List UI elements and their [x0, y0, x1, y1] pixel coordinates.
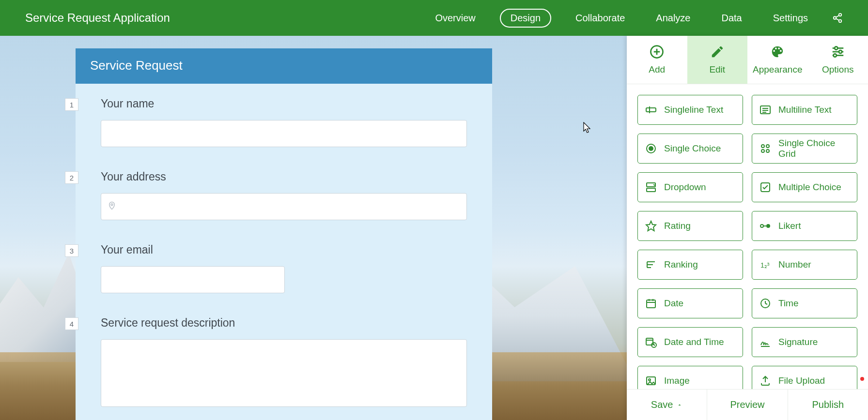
- svg-rect-29: [647, 188, 655, 192]
- save-label: Save: [651, 399, 673, 410]
- publish-button[interactable]: Publish: [788, 390, 868, 420]
- nav-settings[interactable]: Settings: [766, 10, 815, 27]
- question-block[interactable]: 1 Your name: [101, 97, 467, 147]
- svg-point-26: [761, 150, 764, 152]
- svg-rect-40: [647, 300, 655, 308]
- svg-point-32: [760, 225, 763, 227]
- svg-point-13: [839, 50, 842, 53]
- field-type-button[interactable]: File Upload: [752, 366, 857, 389]
- field-type-label: Multiline Text: [778, 105, 831, 115]
- field-type-button[interactable]: Single Choice: [637, 134, 743, 164]
- field-type-button[interactable]: Multiline Text: [752, 95, 857, 125]
- svg-rect-16: [646, 108, 656, 112]
- panel-actions: Save Preview Publish: [627, 389, 868, 420]
- field-type-label: Date and Time: [664, 337, 724, 347]
- field-palette[interactable]: Singleline TextMultiline TextSingle Choi…: [627, 84, 868, 389]
- svg-point-54: [649, 379, 651, 381]
- svg-point-34: [767, 225, 770, 227]
- field-type-button[interactable]: 1₂³Number: [752, 250, 857, 280]
- question-label: Your email: [101, 243, 467, 256]
- calendar-icon: [645, 297, 657, 310]
- field-type-button[interactable]: Dropdown: [637, 172, 743, 202]
- field-type-button[interactable]: Single Choice Grid: [752, 134, 857, 164]
- nav-collaborate[interactable]: Collaborate: [569, 10, 632, 27]
- tab-edit[interactable]: Edit: [687, 36, 748, 84]
- field-type-label: Signature: [778, 337, 818, 347]
- svg-point-27: [766, 150, 769, 152]
- question-label: Service request description: [101, 316, 467, 330]
- field-type-label: Single Choice Grid: [778, 138, 850, 159]
- question-number: 1: [65, 98, 78, 111]
- field-type-label: Image: [664, 375, 690, 386]
- form-card: Service Request 1 Your name 2 Your addre…: [76, 48, 492, 420]
- top-bar: Service Request Application Overview Des…: [0, 0, 868, 36]
- svg-point-24: [761, 145, 764, 148]
- svg-point-5: [111, 204, 113, 206]
- tab-label: Add: [649, 64, 665, 75]
- form-title[interactable]: Service Request: [76, 48, 492, 84]
- email-input[interactable]: [101, 266, 285, 293]
- svg-point-23: [649, 147, 653, 150]
- field-type-label: File Upload: [778, 375, 825, 386]
- svg-point-15: [833, 54, 836, 57]
- likert-icon: [759, 220, 772, 232]
- tab-appearance[interactable]: Appearance: [747, 36, 808, 84]
- svg-point-2: [839, 20, 842, 22]
- field-type-button[interactable]: Image: [637, 366, 743, 389]
- pin-icon: [108, 200, 116, 213]
- svg-line-51: [654, 345, 655, 345]
- save-button[interactable]: Save: [627, 390, 707, 420]
- nav-overview[interactable]: Overview: [428, 10, 482, 27]
- field-type-button[interactable]: Singleline Text: [637, 95, 743, 125]
- question-number: 2: [65, 171, 78, 184]
- svg-marker-31: [646, 221, 656, 231]
- field-type-button[interactable]: Date and Time: [637, 327, 743, 357]
- address-input[interactable]: [101, 193, 467, 220]
- notification-dot-icon: [860, 377, 864, 381]
- field-type-button[interactable]: Ranking: [637, 250, 743, 280]
- question-block[interactable]: 2 Your address: [101, 170, 467, 220]
- tab-options[interactable]: Options: [808, 36, 868, 84]
- preview-button[interactable]: Preview: [707, 390, 788, 420]
- field-type-label: Number: [778, 259, 811, 270]
- field-type-label: Time: [778, 298, 799, 309]
- palette-icon: [770, 45, 785, 61]
- field-type-label: Likert: [778, 221, 801, 231]
- preview-label: Preview: [730, 399, 764, 410]
- panel-tabs: Add Edit Appearance Options: [627, 36, 868, 84]
- tab-label: Edit: [709, 64, 725, 75]
- field-type-label: Date: [664, 298, 683, 309]
- star-icon: [645, 220, 657, 232]
- svg-point-11: [835, 46, 837, 49]
- description-textarea[interactable]: [101, 339, 467, 407]
- nav-data[interactable]: Data: [714, 10, 748, 27]
- field-type-button[interactable]: Multiple Choice: [752, 172, 857, 202]
- field-type-label: Dropdown: [664, 182, 706, 193]
- multiline-icon: [759, 104, 772, 116]
- field-type-button[interactable]: Date: [637, 288, 743, 318]
- radio-grid-icon: [759, 142, 772, 155]
- question-block[interactable]: 3 Your email: [101, 243, 467, 293]
- field-type-button[interactable]: Rating: [637, 211, 743, 241]
- upload-icon: [759, 375, 772, 387]
- image-icon: [645, 375, 657, 387]
- radio-icon: [645, 142, 657, 155]
- field-type-button[interactable]: Likert: [752, 211, 857, 241]
- publish-label: Publish: [812, 399, 844, 410]
- tab-label: Options: [822, 64, 853, 75]
- svg-line-46: [765, 303, 767, 304]
- name-input[interactable]: [101, 120, 467, 147]
- field-type-label: Rating: [664, 221, 691, 231]
- field-type-label: Single Choice: [664, 143, 721, 154]
- tab-add[interactable]: Add: [627, 36, 687, 84]
- svg-line-3: [836, 15, 839, 17]
- question-block[interactable]: 4 Service request description: [101, 316, 467, 409]
- share-icon[interactable]: [832, 13, 843, 23]
- svg-point-0: [839, 14, 842, 16]
- sliders-icon: [831, 45, 845, 61]
- field-type-button[interactable]: Time: [752, 288, 857, 318]
- field-type-button[interactable]: Signature: [752, 327, 857, 357]
- nav-design[interactable]: Design: [500, 9, 551, 28]
- field-type-label: Ranking: [664, 259, 698, 270]
- nav-analyze[interactable]: Analyze: [649, 10, 697, 27]
